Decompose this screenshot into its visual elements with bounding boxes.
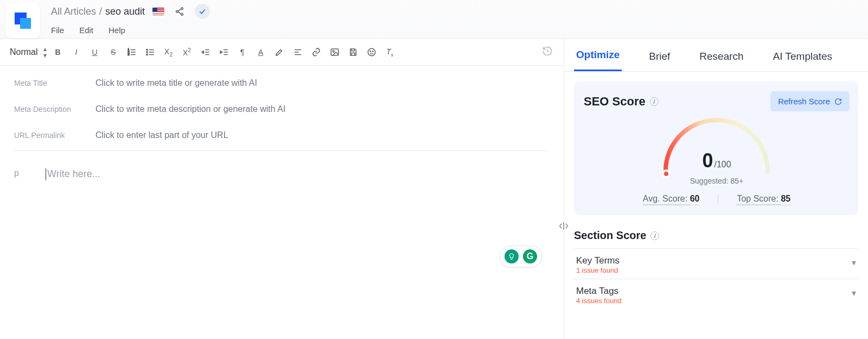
breadcrumb-area: All Articles / seo audit File Edit Help (51, 3, 210, 35)
meta-url-row[interactable]: URL Permalink Click to enter last part o… (14, 122, 550, 148)
meta-title-row[interactable]: Meta Title Click to write meta title or … (14, 70, 550, 96)
svg-point-7 (146, 52, 147, 53)
panel-resize-handle[interactable] (556, 218, 571, 234)
highlight-icon[interactable] (273, 46, 285, 58)
seo-gauge: 0/100 Suggested: 85+ Avg. Score: 60 Top … (584, 115, 850, 205)
italic-icon[interactable]: I (71, 46, 82, 58)
grammarly-widget[interactable]: G (500, 246, 542, 267)
svg-point-11 (368, 48, 375, 56)
underline-icon[interactable]: U (89, 46, 101, 58)
top-score[interactable]: Top Score: 85 (737, 194, 790, 205)
link-icon[interactable] (310, 46, 322, 58)
chevron-down-icon: ▾ (852, 288, 856, 298)
svg-point-0 (181, 8, 183, 10)
save-icon[interactable] (347, 46, 359, 58)
info-icon[interactable]: i (650, 231, 659, 240)
info-icon[interactable]: i (650, 97, 659, 106)
grammarly-g-icon[interactable]: G (523, 249, 537, 263)
meta-title-label: Meta Title (14, 79, 95, 87)
refresh-icon (834, 98, 842, 105)
seo-score-footer: Avg. Score: 60 Top Score: 85 (643, 194, 790, 205)
meta-url-input[interactable]: Click to enter last part of your URL (95, 130, 228, 140)
chevron-down-icon: ▾ (852, 258, 856, 268)
menu-edit[interactable]: Edit (79, 26, 93, 35)
svg-text:3: 3 (127, 53, 129, 56)
menu-help[interactable]: Help (108, 26, 125, 35)
bold-icon[interactable]: B (52, 46, 64, 58)
svg-point-13 (372, 51, 373, 52)
editor-body[interactable]: p Write here... (0, 153, 564, 196)
svg-point-6 (146, 49, 147, 50)
svg-point-1 (176, 10, 178, 12)
tab-optimize[interactable]: Optimize (574, 49, 622, 71)
seo-score-card: SEO Score i Refresh Score (574, 81, 858, 215)
breadcrumb-sep: / (99, 6, 102, 17)
app-logo[interactable] (5, 3, 40, 38)
section-item-title: Key Terms (576, 255, 620, 266)
svg-point-2 (181, 13, 183, 15)
meta-description-input[interactable]: Click to write meta description or gener… (95, 104, 285, 114)
section-item-sub: 1 issue found (576, 266, 620, 274)
share-icon[interactable] (172, 4, 187, 19)
select-updown-icon: ▴▾ (43, 46, 47, 59)
breadcrumb[interactable]: All Articles / seo audit (51, 6, 145, 17)
section-score: Section Score i Key Terms 1 issue found … (574, 229, 858, 309)
svg-point-12 (370, 51, 371, 52)
seo-suggested: Suggested: 85+ (690, 177, 743, 185)
svg-point-8 (146, 54, 147, 55)
ordered-list-icon[interactable]: 123 (126, 46, 138, 58)
menu-bar: File Edit Help (51, 20, 210, 35)
unordered-list-icon[interactable] (144, 46, 156, 58)
seo-score-heading: SEO Score i (584, 95, 659, 109)
section-meta-tags[interactable]: Meta Tags 4 issues found ▾ (574, 279, 858, 309)
image-icon[interactable] (329, 46, 341, 58)
locale-flag-us-icon[interactable] (152, 8, 164, 15)
block-format-label: Normal (10, 47, 38, 57)
section-key-terms[interactable]: Key Terms 1 issue found ▾ (574, 249, 858, 279)
history-icon[interactable] (542, 46, 553, 59)
editor-placeholder[interactable]: Write here... (46, 168, 100, 180)
seo-score-value: 0 (702, 149, 713, 172)
section-item-sub: 4 issues found (576, 297, 622, 305)
text-color-icon[interactable]: A (255, 46, 267, 58)
emoji-icon[interactable] (366, 46, 378, 58)
meta-fields: Meta Title Click to write meta title or … (0, 66, 564, 153)
meta-title-input[interactable]: Click to write meta title or generate wi… (95, 78, 257, 88)
strike-icon[interactable]: S (107, 46, 119, 58)
seo-score-of: /100 (714, 160, 731, 169)
refresh-score-button[interactable]: Refresh Score (770, 91, 850, 111)
editor-pane: Normal ▴▾ B I U S 123 X2 X2 ¶ A (0, 39, 564, 339)
tab-research[interactable]: Research (697, 51, 745, 71)
superscript-icon[interactable]: X2 (181, 46, 193, 58)
avg-score[interactable]: Avg. Score: 60 (643, 194, 700, 205)
breadcrumb-root[interactable]: All Articles (51, 6, 96, 17)
svg-point-10 (333, 51, 334, 52)
svg-rect-9 (331, 49, 339, 55)
meta-description-label: Meta Description (14, 105, 95, 114)
grammarly-bulb-icon[interactable] (505, 249, 519, 263)
meta-url-label: URL Permalink (14, 131, 95, 140)
saved-check-icon[interactable] (195, 4, 210, 19)
breadcrumb-current[interactable]: seo audit (105, 6, 145, 17)
top-bar: All Articles / seo audit File Edit Help (0, 0, 868, 39)
section-item-title: Meta Tags (576, 286, 622, 297)
block-gutter: p (14, 168, 46, 180)
tab-ai-templates[interactable]: AI Templates (771, 51, 834, 71)
subscript-icon[interactable]: X2 (163, 46, 175, 58)
menu-file[interactable]: File (51, 26, 64, 35)
outdent-icon[interactable] (200, 46, 212, 58)
panel-tabs: Optimize Brief Research AI Templates (564, 39, 868, 72)
clear-format-icon[interactable]: Tx (384, 46, 396, 58)
indent-icon[interactable] (218, 46, 230, 58)
tab-brief[interactable]: Brief (647, 51, 672, 71)
block-format-select[interactable]: Normal ▴▾ (10, 46, 47, 59)
section-score-heading: Section Score i (574, 229, 858, 242)
meta-description-row[interactable]: Meta Description Click to write meta des… (14, 96, 550, 122)
text-cursor (46, 168, 46, 180)
editor-toolbar: Normal ▴▾ B I U S 123 X2 X2 ¶ A (0, 39, 564, 66)
align-icon[interactable] (292, 46, 304, 58)
text-direction-icon[interactable]: ¶ (237, 46, 248, 58)
right-panel: Optimize Brief Research AI Templates SEO… (564, 39, 868, 339)
